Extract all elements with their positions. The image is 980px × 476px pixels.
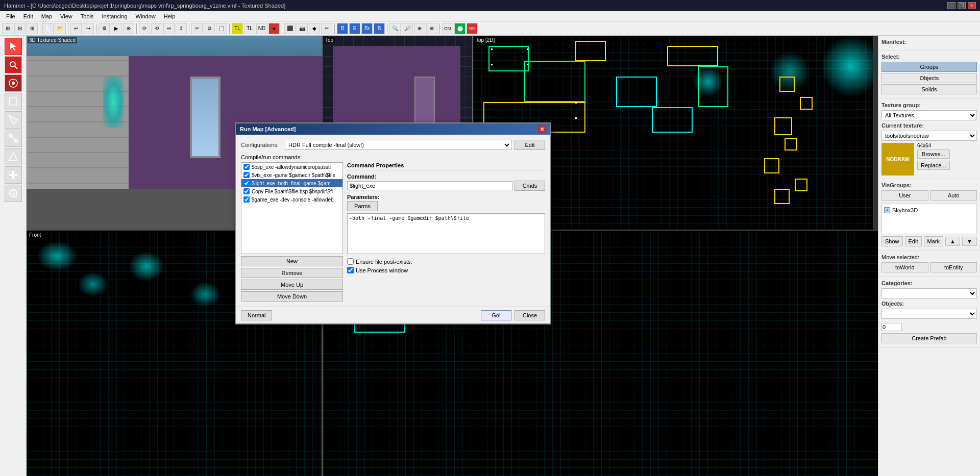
copy-checkbox[interactable]	[243, 188, 250, 194]
cmd-properties-title: Command Properties	[347, 162, 545, 170]
normal-button[interactable]: Normal	[241, 310, 272, 320]
dialog-overlay: Run Map [Advanced] ✕ Configurations: HDR…	[0, 0, 980, 476]
compile-item-copy[interactable]: Copy File $path\$file.bsp $bspdir\$fi	[241, 187, 342, 195]
light-checkbox[interactable]	[243, 180, 250, 186]
dialog-titlebar: Run Map [Advanced] ✕	[236, 123, 550, 135]
config-select[interactable]: HDR Full compile -final (slow!)	[285, 140, 511, 150]
command-action-buttons: New Remove Move Up Move Down	[241, 256, 343, 302]
compile-command-list[interactable]: $bsp_exe -allowdynamicpropsassti $vis_ex…	[241, 162, 343, 254]
cmd-input-row: Cmds	[347, 181, 545, 191]
parms-button[interactable]: Parms	[347, 201, 378, 211]
config-label: Configurations:	[241, 142, 282, 148]
remove-command-button[interactable]: Remove	[241, 268, 343, 278]
command-list-pane: $bsp_exe -allowdynamicpropsassti $vis_ex…	[241, 162, 343, 302]
run-map-dialog: Run Map [Advanced] ✕ Configurations: HDR…	[235, 122, 551, 324]
dialog-close-button[interactable]: ✕	[538, 126, 546, 133]
params-input-row: Parms	[347, 201, 545, 211]
ensure-file-label: Ensure file post-exists:	[356, 259, 412, 265]
ensure-file-row: Ensure file post-exists:	[347, 258, 545, 265]
move-up-button[interactable]: Move Up	[241, 280, 343, 290]
bsp-checkbox[interactable]	[243, 164, 250, 170]
vis-checkbox[interactable]	[243, 172, 250, 178]
footer-right-buttons: Go! Close	[481, 310, 545, 320]
parameters-textarea[interactable]: -both -final -game $gamedir $path\$file	[347, 213, 545, 254]
params-label: Parameters:	[347, 194, 545, 200]
config-row: Configurations: HDR Full compile -final …	[241, 140, 545, 150]
command-section: Command: Cmds	[347, 173, 545, 191]
go-button[interactable]: Go!	[481, 310, 511, 320]
dialog-footer: Normal Go! Close	[236, 307, 550, 323]
use-process-checkbox[interactable]	[347, 267, 354, 273]
parameters-section: Parameters: Parms -both -final -game $ga…	[347, 194, 545, 255]
use-process-row: Use Process window	[347, 267, 545, 273]
dialog-body: Configurations: HDR Full compile -final …	[236, 135, 550, 307]
compile-item-vis[interactable]: $vis_exe -game $gamedir $path\$file	[241, 171, 342, 179]
compile-item-game[interactable]: $game_exe -dev -console -allowdeb	[241, 195, 342, 204]
new-command-button[interactable]: New	[241, 256, 343, 266]
use-process-label: Use Process window	[356, 267, 408, 273]
dialog-content: $bsp_exe -allowdynamicpropsassti $vis_ex…	[241, 162, 545, 302]
compile-run-label: Compile/run commands:	[241, 154, 545, 160]
compile-item-bsp[interactable]: $bsp_exe -allowdynamicpropsassti	[241, 163, 342, 171]
ensure-file-checkbox[interactable]	[347, 258, 354, 265]
compile-item-light[interactable]: $light_exe -both -final -game $gam	[241, 179, 342, 187]
command-input[interactable]	[347, 181, 512, 190]
close-dialog-button[interactable]: Close	[514, 310, 545, 320]
game-checkbox[interactable]	[243, 196, 250, 203]
cmds-button[interactable]: Cmds	[514, 181, 545, 191]
command-properties-pane: Command Properties Command: Cmds Paramet…	[347, 162, 545, 302]
cmd-label: Command:	[347, 173, 545, 180]
edit-config-button[interactable]: Edit	[514, 140, 545, 150]
move-down-button[interactable]: Move Down	[241, 291, 343, 302]
dialog-title: Run Map [Advanced]	[240, 126, 296, 132]
